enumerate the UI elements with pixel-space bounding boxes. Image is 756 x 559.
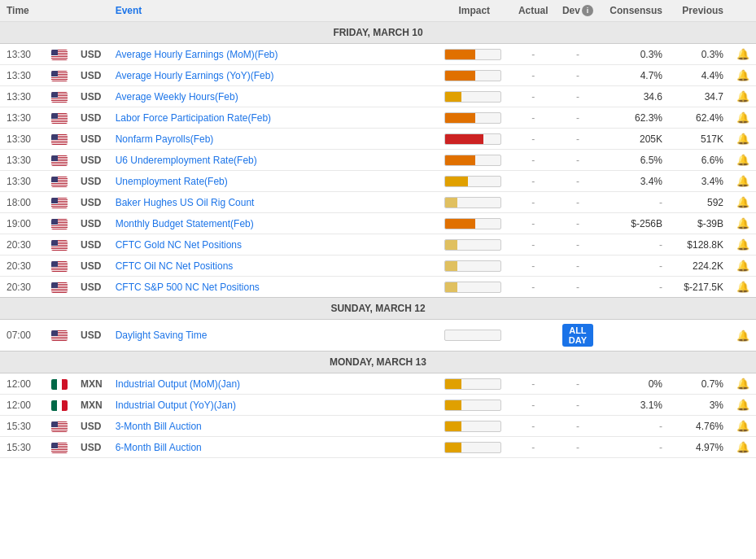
event-flag (45, 65, 74, 86)
bell-icon[interactable]: 🔔 (736, 441, 749, 453)
event-time: 20:30 (0, 255, 45, 277)
bell-cell[interactable]: 🔔 (730, 277, 756, 298)
dev-info-group[interactable]: Dev i (562, 5, 593, 16)
event-name[interactable]: CFTC Gold NC Net Positions (109, 234, 438, 255)
bell-icon[interactable]: 🔔 (736, 48, 749, 60)
actual-value: - (511, 171, 556, 192)
event-link[interactable]: Average Hourly Earnings (MoM)(Feb) (116, 49, 278, 60)
consensus-value: 62.3% (600, 107, 669, 129)
previous-value: 62.4% (669, 107, 730, 129)
bell-cell[interactable]: 🔔 (730, 107, 756, 129)
event-link[interactable]: CFTC Oil NC Net Positions (116, 260, 234, 272)
event-link[interactable]: CFTC Gold NC Net Positions (116, 239, 242, 251)
bell-icon[interactable]: 🔔 (736, 111, 749, 124)
event-name[interactable]: Industrial Output (YoY)(Jan) (109, 395, 438, 416)
event-name[interactable]: CFTC Oil NC Net Positions (109, 255, 438, 277)
actual-value: - (511, 395, 556, 416)
bell-cell[interactable]: 🔔 (730, 255, 756, 277)
event-name[interactable]: U6 Underemployment Rate(Feb) (109, 150, 438, 171)
bell-cell[interactable]: 🔔 (730, 234, 756, 255)
bell-icon[interactable]: 🔔 (736, 196, 749, 208)
dev-info-icon[interactable]: i (582, 5, 593, 16)
event-link[interactable]: Labor Force Participation Rate(Feb) (116, 112, 271, 124)
bell-icon[interactable]: 🔔 (736, 154, 749, 166)
event-impact (438, 437, 511, 458)
bell-icon[interactable]: 🔔 (736, 90, 749, 103)
event-impact (438, 65, 511, 86)
event-link[interactable]: CFTC S&P 500 NC Net Positions (116, 282, 260, 293)
event-name[interactable]: Average Hourly Earnings (YoY)(Feb) (109, 65, 438, 86)
event-name[interactable]: Unemployment Rate(Feb) (109, 171, 438, 192)
bell-cell[interactable]: 🔔 (730, 44, 756, 65)
bell-icon[interactable]: 🔔 (736, 217, 749, 229)
bell-icon[interactable]: 🔔 (736, 378, 749, 390)
impact-fill (445, 443, 461, 452)
bell-cell[interactable]: 🔔 (730, 416, 756, 437)
event-name[interactable]: Baker Hughes US Oil Rig Count (109, 192, 438, 213)
table-row: 18:00 USD Baker Hughes US Oil Rig Count … (0, 192, 756, 213)
header-currency (74, 0, 109, 22)
event-link[interactable]: 3-Month Bill Auction (116, 421, 202, 432)
event-link[interactable]: Baker Hughes US Oil Rig Count (116, 197, 255, 208)
event-time: 12:00 (0, 395, 45, 416)
bell-cell[interactable]: 🔔 (730, 150, 756, 171)
event-name[interactable]: Nonfarm Payrolls(Feb) (109, 129, 438, 150)
table-row: 13:30 USD Average Hourly Earnings (YoY)(… (0, 65, 756, 86)
event-name[interactable]: 3-Month Bill Auction (109, 416, 438, 437)
event-name[interactable]: Industrial Output (MoM)(Jan) (109, 373, 438, 395)
bell-icon[interactable]: 🔔 (736, 330, 749, 342)
event-name[interactable]: CFTC S&P 500 NC Net Positions (109, 277, 438, 298)
event-link[interactable]: Industrial Output (MoM)(Jan) (116, 378, 240, 390)
consensus-value: 0.3% (600, 44, 669, 65)
dev-value: - (556, 416, 600, 437)
event-link[interactable]: Average Hourly Earnings (YoY)(Feb) (116, 70, 274, 81)
impact-fill (445, 198, 457, 207)
event-flag (45, 44, 74, 65)
event-impact (438, 213, 511, 234)
event-name[interactable]: 6-Month Bill Auction (109, 437, 438, 458)
event-link[interactable]: Unemployment Rate(Feb) (116, 176, 228, 187)
bell-cell[interactable]: 🔔 (730, 373, 756, 395)
event-link[interactable]: Daylight Saving Time (116, 330, 208, 341)
event-link[interactable]: U6 Underemployment Rate(Feb) (116, 155, 257, 166)
bell-cell[interactable]: 🔔 (730, 395, 756, 416)
event-link[interactable]: Average Weekly Hours(Feb) (116, 91, 238, 103)
bell-icon[interactable]: 🔔 (736, 175, 749, 187)
bell-icon[interactable]: 🔔 (736, 69, 749, 81)
bell-cell[interactable]: 🔔 (730, 171, 756, 192)
bell-icon[interactable]: 🔔 (736, 133, 749, 145)
header-dev: Dev i (556, 0, 600, 22)
bell-icon[interactable]: 🔔 (736, 260, 749, 272)
bell-cell[interactable]: 🔔 (730, 437, 756, 458)
bell-cell[interactable]: 🔔 (730, 129, 756, 150)
bell-icon[interactable]: 🔔 (736, 281, 749, 293)
bell-cell[interactable]: 🔔 (730, 213, 756, 234)
event-currency: USD (74, 234, 109, 255)
event-name[interactable]: Labor Force Participation Rate(Feb) (109, 107, 438, 129)
actual-value: - (511, 437, 556, 458)
event-link[interactable]: Monthly Budget Statement(Feb) (116, 218, 254, 229)
table-row: 07:00 USD Daylight Saving Time ALL DAY 🔔 (0, 320, 756, 352)
event-name[interactable]: Average Hourly Earnings (MoM)(Feb) (109, 44, 438, 65)
event-time: 13:30 (0, 171, 45, 192)
table-row: 13:30 USD Unemployment Rate(Feb) - - 3.4… (0, 171, 756, 192)
bell-cell[interactable]: 🔔 (730, 192, 756, 213)
dev-value: - (556, 44, 600, 65)
event-link[interactable]: Industrial Output (YoY)(Jan) (116, 400, 236, 411)
event-link[interactable]: Nonfarm Payrolls(Feb) (116, 133, 214, 145)
flag-us (51, 113, 68, 124)
event-name[interactable]: Average Weekly Hours(Feb) (109, 86, 438, 107)
consensus-value: 4.7% (600, 65, 669, 86)
bell-cell[interactable]: 🔔 (730, 86, 756, 107)
bell-icon[interactable]: 🔔 (736, 238, 749, 251)
event-name[interactable]: Monthly Budget Statement(Feb) (109, 213, 438, 234)
impact-bar (444, 91, 501, 103)
bell-cell[interactable]: 🔔 (730, 320, 756, 352)
event-currency: USD (74, 437, 109, 458)
table-row: 19:00 USD Monthly Budget Statement(Feb) … (0, 213, 756, 234)
event-name[interactable]: Daylight Saving Time (109, 320, 438, 352)
bell-cell[interactable]: 🔔 (730, 65, 756, 86)
bell-icon[interactable]: 🔔 (736, 399, 749, 411)
event-link[interactable]: 6-Month Bill Auction (116, 442, 202, 453)
bell-icon[interactable]: 🔔 (736, 420, 749, 432)
